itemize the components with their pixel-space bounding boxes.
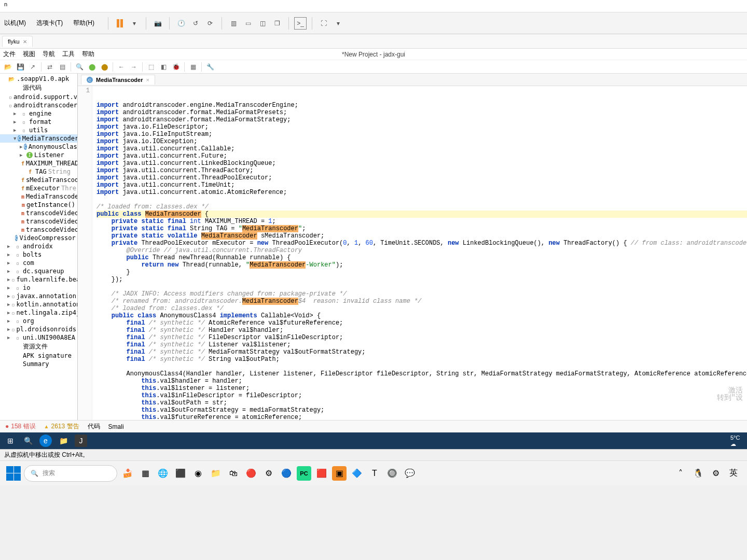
settings-icon[interactable]: 🔧 — [204, 61, 216, 73]
tree-item[interactable]: CVideoCompressor — [0, 234, 77, 242]
browser2-icon[interactable]: 🔵 — [279, 466, 294, 481]
tree-item[interactable]: ▶▫pl.droidsonroids.gi — [0, 325, 77, 333]
qq-icon[interactable]: 🐧 — [691, 466, 706, 481]
tree-item[interactable]: ▶IListener — [0, 151, 77, 159]
search-icon[interactable]: 🔍 — [22, 435, 34, 447]
dropdown-icon[interactable]: ▾ — [128, 17, 141, 30]
settings-tray-icon[interactable]: ⚙ — [709, 466, 723, 481]
tree-item[interactable]: fsMediaTranscod — [0, 176, 77, 184]
ime-indicator[interactable]: 英 — [726, 466, 741, 481]
search-input[interactable]: 🔍 搜索 — [24, 465, 117, 482]
tree-item[interactable]: ▫android.support.v4 — [0, 93, 77, 101]
vm-tab[interactable]: flyku ✕ — [2, 36, 33, 47]
debug-icon[interactable]: 🐞 — [170, 61, 182, 73]
open-icon[interactable]: 📂 — [2, 61, 13, 73]
tree-item[interactable]: ▶▫javax.annotation — [0, 292, 77, 300]
sync-icon[interactable]: ⇄ — [44, 61, 56, 73]
tree-item[interactable]: ▶▫com — [0, 259, 77, 267]
mode-smali[interactable]: Smali — [108, 423, 124, 430]
github-icon[interactable]: ⬛ — [173, 466, 188, 481]
menu-file[interactable]: 文件 — [3, 50, 16, 59]
log-icon[interactable]: ▦ — [187, 61, 199, 73]
error-count[interactable]: 158 错误 — [5, 422, 36, 431]
layout3-icon[interactable]: ◫ — [256, 17, 269, 30]
steam-icon[interactable]: ⚙ — [261, 466, 276, 481]
tree-item[interactable]: ▶▫dc.squareup — [0, 267, 77, 275]
warning-count[interactable]: 2613 警告 — [44, 422, 79, 431]
tree-item[interactable]: mgetInstance() — [0, 201, 77, 209]
vmware-icon[interactable]: ▣ — [332, 466, 347, 481]
menu-view[interactable]: 视图 — [23, 50, 35, 59]
windows-start-icon[interactable] — [6, 466, 21, 481]
tree-item[interactable]: ▶▫engine — [0, 109, 77, 118]
close-icon[interactable]: ✕ — [23, 39, 27, 45]
pycharm-icon[interactable]: PC — [297, 466, 311, 481]
tree-item[interactable]: ▶▫org — [0, 317, 77, 325]
forward-icon[interactable]: → — [128, 61, 140, 73]
outer-menu-help[interactable]: 帮助(H) — [73, 19, 94, 27]
text-icon[interactable]: T — [367, 466, 382, 481]
menu-help[interactable]: 帮助 — [82, 50, 94, 59]
app1-icon[interactable]: 🔴 — [244, 466, 258, 481]
code-editor[interactable]: 1 import androidtranscoder.engine.MediaT… — [78, 86, 747, 420]
menu-tools[interactable]: 工具 — [62, 50, 75, 59]
deobf-icon[interactable]: ⬚ — [145, 61, 157, 73]
layout2-icon[interactable]: ▭ — [242, 17, 254, 30]
tree-item[interactable]: fTAG String — [0, 167, 77, 176]
console-icon[interactable]: >_ — [294, 17, 307, 30]
tree-item[interactable]: mtranscodeVideo — [0, 226, 77, 234]
outer-menu-tabs[interactable]: 选项卡(T) — [36, 19, 63, 27]
cake-icon[interactable]: 🍰 — [120, 466, 135, 481]
snapshot-icon[interactable]: 📷 — [151, 17, 164, 30]
tree-item[interactable]: ▶▫format — [0, 118, 77, 126]
tree-item[interactable]: ▶▫fun.learnlife.beakp — [0, 275, 77, 284]
tree-item[interactable]: fMAXIMUM_THREAD — [0, 159, 77, 167]
editor-tab-active[interactable]: C MediaTranscoder × — [81, 75, 155, 85]
taskview-icon[interactable]: ▦ — [138, 466, 153, 481]
layout4-icon[interactable]: ❐ — [271, 17, 283, 30]
jadx-taskbar-icon[interactable]: J — [75, 435, 87, 447]
tree-item[interactable]: ▫androidtranscoder — [0, 101, 77, 109]
export-icon[interactable]: ↗ — [27, 61, 38, 73]
layout1-icon[interactable]: ▥ — [227, 17, 240, 30]
tray-up-icon[interactable]: ˄ — [673, 466, 688, 481]
store-icon[interactable]: 🛍 — [226, 466, 241, 481]
tree-item[interactable]: ▶CAnonymousClass — [0, 143, 77, 151]
find-class-icon[interactable]: ⬤ — [86, 61, 98, 73]
tree-item[interactable]: mtranscodeVideo — [0, 209, 77, 217]
close-icon[interactable]: × — [146, 77, 149, 83]
explorer-icon[interactable]: 📁 — [57, 435, 70, 447]
weather-icon[interactable]: 5°C ☁ — [730, 435, 743, 447]
tree-item[interactable]: ▶▫utils — [0, 126, 77, 134]
manage-icon[interactable]: ⟳ — [204, 17, 216, 30]
tree-item[interactable]: APK signature — [0, 352, 77, 360]
edge-icon[interactable]: e — [39, 435, 52, 447]
tree-item[interactable]: ▶▫net.lingala.zip4j — [0, 309, 77, 317]
fullscreen-icon[interactable]: ⛶ — [317, 17, 330, 30]
outer-menu-machine[interactable]: 以机(M) — [4, 19, 26, 27]
mode-code[interactable]: 代码 — [88, 422, 100, 431]
clock-icon[interactable]: 🕐 — [175, 17, 187, 30]
tree-item[interactable]: mtranscodeVideo — [0, 217, 77, 226]
tree-item[interactable]: ▶▫io — [0, 284, 77, 292]
menu-nav[interactable]: 导航 — [43, 50, 55, 59]
project-tree[interactable]: 📂.soappV1.0.apk源代码▫android.support.v4▫an… — [0, 74, 78, 420]
tree-item[interactable]: 📂.soappV1.0.apk — [0, 75, 77, 83]
flatten-icon[interactable]: ▤ — [57, 61, 68, 73]
edge-icon[interactable]: 🌐 — [156, 466, 170, 481]
search-icon[interactable]: 🔍 — [74, 61, 85, 73]
back-icon[interactable]: ← — [116, 61, 127, 73]
chrome-icon[interactable]: ◉ — [191, 466, 205, 481]
find-usage-icon[interactable]: ⬤ — [99, 61, 110, 73]
start-icon[interactable]: ⊞ — [4, 435, 17, 447]
tree-item[interactable]: ▶▫uni.UNI900A8EA — [0, 333, 77, 342]
explorer-icon[interactable]: 📁 — [209, 466, 223, 481]
tree-item[interactable]: Summary — [0, 360, 77, 368]
tree-item[interactable]: fmExecutor Thre — [0, 184, 77, 192]
tree-item[interactable]: ▶▫kotlin.annotations. — [0, 300, 77, 309]
tree-item[interactable]: 资源文件 — [0, 342, 77, 352]
app3-icon[interactable]: 🔷 — [350, 466, 364, 481]
app5-icon[interactable]: 💬 — [403, 466, 417, 481]
tree-item[interactable]: ▶▫androidx — [0, 242, 77, 250]
revert-icon[interactable]: ↺ — [189, 17, 202, 30]
